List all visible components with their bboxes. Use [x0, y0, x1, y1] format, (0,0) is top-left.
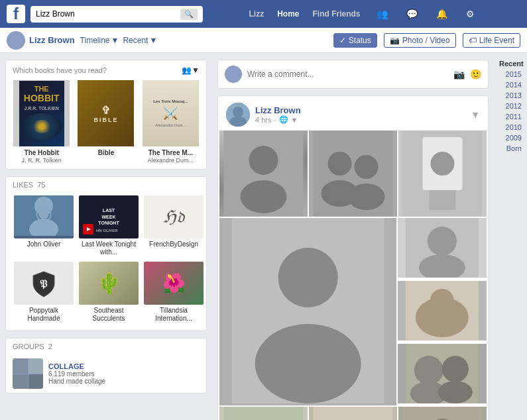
svg-point-14	[355, 155, 379, 179]
photo-collage-container	[218, 131, 488, 420]
photo-bottom-1-svg	[219, 407, 308, 420]
year-nav-2014[interactable]: 2014	[497, 79, 524, 90]
emoji-icon[interactable]: 🙂	[470, 69, 481, 79]
like-thumb-succulents: 🌵	[79, 262, 139, 305]
life-event-button[interactable]: 🏷 Life Event	[463, 33, 520, 48]
svg-point-12	[328, 152, 352, 176]
profile-bar: Lizz Brown Timeline ▼ Recent ▼ ✓ Status …	[0, 28, 527, 53]
post-user-info: Lizz Brown 4 hrs · 🌐 ▼	[255, 105, 301, 124]
year-nav-2009[interactable]: 2009	[497, 132, 524, 143]
nav-home-label: Home	[277, 9, 299, 19]
year-nav-2015[interactable]: 2015	[497, 69, 524, 79]
privacy-chevron[interactable]: ▼	[291, 116, 298, 124]
book-hobbit-art: THE HOBBIT J.R.R. TOLKIEN	[19, 81, 64, 146]
likes-widget-header: LIKES 75	[6, 177, 206, 193]
nav-settings-icon[interactable]: ⚙	[463, 7, 477, 21]
book-bible[interactable]: ✞ BIBLE Bible	[76, 80, 136, 164]
photo-right-2	[398, 281, 487, 341]
book-bible-name: Bible	[76, 149, 136, 157]
svg-rect-42	[403, 407, 483, 420]
like-john-oliver[interactable]: John Oliver	[11, 193, 76, 259]
year-nav-born[interactable]: Born	[497, 143, 524, 154]
like-tillandsia[interactable]: 🌺 Tillandsia Internation...	[141, 259, 206, 325]
book-hobbit-cover: THE HOBBIT J.R.R. TOLKIEN	[13, 80, 70, 146]
profile-actions: ✓ Status 📷 Photo / Video 🏷 Life Event	[333, 33, 520, 48]
camera-icon[interactable]: 📷	[453, 69, 465, 79]
nav-home[interactable]: Home	[277, 9, 299, 19]
photo-bottom-3-svg	[398, 407, 487, 420]
like-thumb-fbd: ℌ𝔡	[144, 195, 204, 238]
tab-timeline[interactable]: Timeline ▼	[80, 36, 119, 45]
shield-icon-svg: 𝔓	[29, 269, 58, 298]
nav-user[interactable]: Lizz	[246, 9, 264, 19]
post-avatar	[226, 103, 250, 127]
books-widget-icon[interactable]: 👥▼	[182, 66, 200, 75]
photo-right-2-svg	[398, 281, 487, 341]
nav-find-friends[interactable]: Find Friends	[313, 9, 361, 19]
svg-point-33	[442, 356, 469, 382]
year-nav-2012[interactable]: 2012	[497, 101, 524, 111]
year-nav-2010[interactable]: 2010	[497, 122, 524, 132]
photo-big-svg	[219, 218, 396, 403]
photo-video-button[interactable]: 📷 Photo / Video	[384, 33, 456, 48]
book-hobbit[interactable]: THE HOBBIT J.R.R. TOLKIEN The Hobbit J. …	[11, 80, 72, 164]
search-input[interactable]	[36, 9, 180, 19]
year-nav-2011[interactable]: 2011	[497, 111, 524, 122]
svg-rect-35	[224, 407, 304, 420]
svg-rect-10	[224, 131, 304, 217]
like-name-john-oliver: John Oliver	[14, 240, 74, 248]
book-three[interactable]: Les Trois Mousq... ⚔️ Alexandre Dum... T…	[141, 80, 201, 164]
tab-recent[interactable]: Recent ▼	[123, 36, 157, 45]
books-widget-title: Which books have you read?	[13, 66, 107, 74]
year-nav-2013[interactable]: 2013	[497, 90, 524, 101]
nav-friends-icon[interactable]: 👥	[374, 7, 390, 21]
photo-right-1-svg	[398, 218, 487, 278]
top-navigation: f 🔍 Lizz Home Find Friends 👥 💬 🔔 ⚙	[0, 0, 527, 28]
group-thumb	[13, 358, 43, 389]
photo-2-svg	[309, 131, 397, 217]
collage-row-3	[219, 407, 487, 420]
book-three-cover: Les Trois Mousq... ⚔️ Alexandre Dum...	[143, 80, 199, 146]
books-grid: THE HOBBIT J.R.R. TOLKIEN The Hobbit J. …	[6, 80, 206, 169]
like-french-by-design[interactable]: ℌ𝔡 FrenchByDesign	[141, 193, 206, 259]
post-user-name[interactable]: Lizz Brown	[255, 105, 301, 115]
like-southeast-succulents[interactable]: 🌵 Southeast Succulents	[76, 259, 141, 325]
nav-messages-icon[interactable]: 💬	[404, 7, 420, 21]
photo-1-svg	[219, 131, 308, 217]
svg-rect-19	[430, 190, 456, 210]
like-last-week-tonight[interactable]: LASTWEEKTONIGHT ▶ HN OLIVER Last Week To…	[76, 193, 141, 259]
status-button[interactable]: ✓ Status	[333, 33, 377, 48]
photo-right-3-svg	[398, 344, 487, 403]
book-three-author: Alexandre Dum...	[141, 157, 201, 164]
top-comment-input[interactable]	[247, 70, 448, 79]
left-sidebar: Which books have you read? 👥▼ THE HOBBIT…	[0, 53, 212, 420]
svg-point-31	[414, 356, 443, 385]
top-comment-input-box: 📷 🙂	[217, 60, 489, 89]
post-options-button[interactable]: ▼	[471, 109, 480, 120]
group-info: COLLAGE 6,119 members Hand made collage	[48, 362, 105, 385]
like-thumb-john-oliver	[14, 195, 74, 238]
svg-point-29	[430, 289, 454, 313]
like-poppytalk[interactable]: 𝔓 Poppytalk Handmade	[11, 259, 76, 325]
search-button[interactable]: 🔍	[180, 9, 198, 20]
john-oliver-image	[14, 195, 74, 236]
post-header: Lizz Brown 4 hrs · 🌐 ▼ ▼	[218, 96, 488, 131]
photo-right-3	[398, 344, 487, 403]
year-navigation: Recent 2015 2014 2013 2012 2011 2010 200…	[494, 53, 527, 420]
collage-right-stack	[398, 218, 487, 405]
photo-bottom-3	[398, 407, 487, 420]
facebook-logo: f	[7, 5, 25, 23]
profile-name[interactable]: Lizz Brown	[29, 35, 75, 45]
photo-cell-3	[398, 131, 487, 217]
books-widget-header: Which books have you read? 👥▼	[6, 60, 206, 80]
books-widget: Which books have you read? 👥▼ THE HOBBIT…	[5, 60, 207, 170]
group-collage[interactable]: COLLAGE 6,119 members Hand made collage	[6, 354, 206, 393]
photo-cell-2	[309, 131, 397, 217]
post-avatar-image	[226, 103, 250, 127]
search-bar[interactable]: 🔍	[30, 6, 203, 23]
nav-user-name: Lizz	[249, 9, 264, 19]
nav-notifications-icon[interactable]: 🔔	[434, 7, 450, 21]
svg-point-5	[233, 107, 243, 117]
svg-point-34	[438, 381, 473, 403]
year-nav-recent[interactable]: Recent	[497, 58, 524, 69]
